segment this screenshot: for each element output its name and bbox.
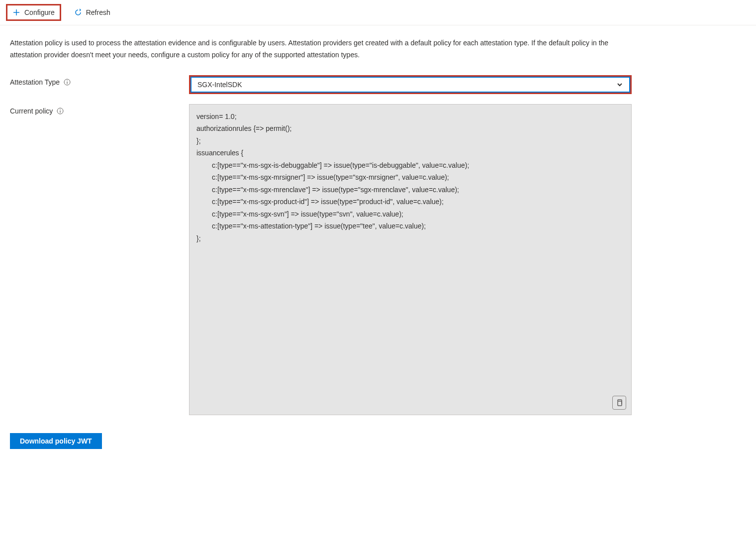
info-icon[interactable] — [64, 79, 71, 86]
copy-icon — [616, 399, 623, 406]
attestation-type-label-group: Attestation Type — [10, 75, 189, 86]
attestation-type-value: SGX-IntelSDK — [197, 81, 242, 89]
attestation-type-label: Attestation Type — [10, 78, 60, 86]
content-area: Attestation policy is used to process th… — [0, 25, 756, 461]
copy-button[interactable] — [612, 396, 626, 410]
current-policy-control: version= 1.0; authorizationrules {=> per… — [189, 104, 632, 415]
refresh-label: Refresh — [86, 8, 110, 16]
chevron-down-icon — [616, 81, 623, 88]
attestation-type-row: Attestation Type SGX-IntelSDK — [10, 75, 746, 94]
attestation-type-select-highlight: SGX-IntelSDK — [189, 75, 632, 94]
info-icon[interactable] — [57, 108, 64, 114]
configure-label: Configure — [24, 8, 55, 16]
current-policy-row: Current policy version= 1.0; authorizati… — [10, 104, 746, 415]
refresh-button[interactable]: Refresh — [69, 5, 115, 19]
svg-rect-8 — [618, 401, 622, 406]
configure-button[interactable]: Configure — [6, 4, 61, 21]
plus-icon — [12, 8, 20, 16]
current-policy-label: Current policy — [10, 107, 53, 115]
download-jwt-button[interactable]: Download policy JWT — [10, 433, 102, 449]
svg-point-6 — [60, 109, 61, 110]
description-text: Attestation policy is used to process th… — [10, 37, 637, 61]
attestation-type-select[interactable]: SGX-IntelSDK — [190, 77, 630, 93]
refresh-icon — [74, 8, 82, 16]
attestation-type-control: SGX-IntelSDK — [189, 75, 632, 94]
svg-point-3 — [67, 80, 67, 81]
toolbar: Configure Refresh — [0, 0, 756, 25]
current-policy-label-group: Current policy — [10, 104, 189, 115]
policy-text-box[interactable]: version= 1.0; authorizationrules {=> per… — [189, 104, 632, 415]
